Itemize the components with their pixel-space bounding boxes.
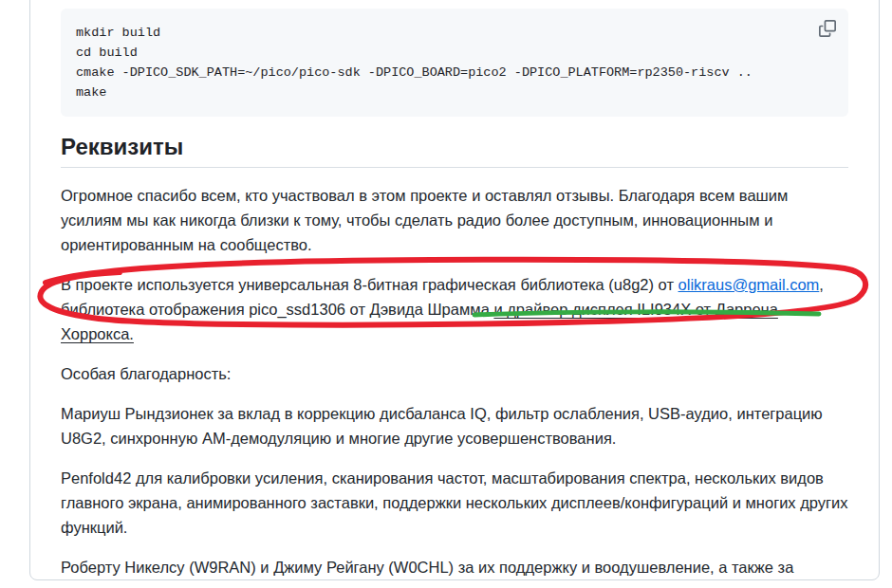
credits-text-before-link: В проекте используется универсальная 8-б… bbox=[61, 276, 678, 293]
paragraph-credits: В проекте используется универсальная 8-б… bbox=[61, 272, 848, 346]
code-block: mkdir build cd build cmake -DPICO_SDK_PA… bbox=[61, 9, 848, 117]
section-heading: Реквизиты bbox=[61, 134, 848, 168]
paragraph-mariusz: Мариуш Рындзионек за вклад в коррекцию д… bbox=[61, 401, 848, 450]
paragraph-special-thanks: Особая благодарность: bbox=[61, 361, 848, 386]
readme-page: mkdir build cd build cmake -DPICO_SDK_PA… bbox=[0, 0, 892, 588]
code-text[interactable]: mkdir build cd build cmake -DPICO_SDK_PA… bbox=[76, 23, 833, 102]
readme-text: Огромное спасибо всем, кто участвовал в … bbox=[61, 183, 848, 588]
paragraph-thanks: Огромное спасибо всем, кто участвовал в … bbox=[61, 183, 848, 257]
paragraph-robert-jim: Роберту Никелсу (W9RAN) и Джиму Рейгану … bbox=[61, 555, 848, 588]
paragraph-penfold: Penfold42 для калибровки усиления, скани… bbox=[61, 466, 848, 540]
email-link[interactable]: olikraus@gmail.com bbox=[678, 276, 820, 293]
copy-icon bbox=[819, 20, 836, 40]
readme-card: mkdir build cd build cmake -DPICO_SDK_PA… bbox=[29, 0, 880, 580]
copy-button[interactable] bbox=[814, 16, 841, 43]
